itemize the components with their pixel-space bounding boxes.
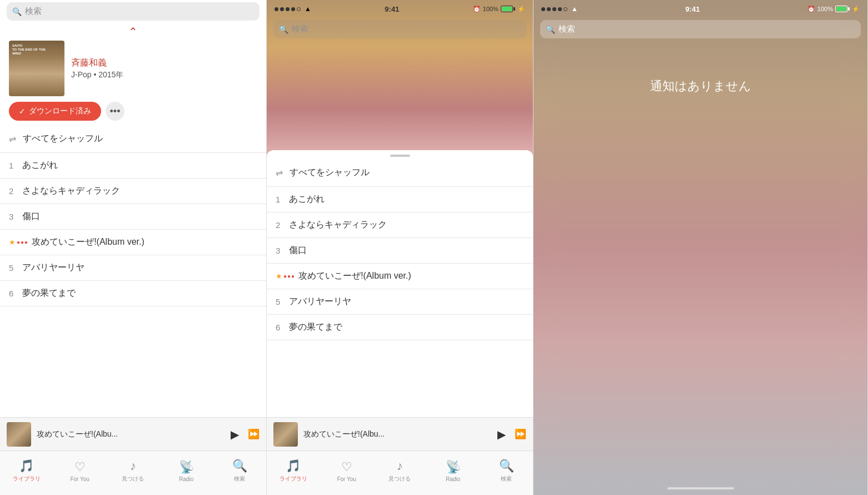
panel-3: ▲ 9:41 ⏰ 100% ⚡ 🔍 検索 通知はありません [533,0,868,495]
status-bar-inner-3: ▲ 9:41 ⏰ 100% ⚡ [533,0,867,18]
download-button[interactable]: ✓ ダウンロード済み [9,102,101,121]
status-bar-3: ▲ 9:41 ⏰ 100% ⚡ 🔍 検索 [533,0,867,43]
search-placeholder-3: 検索 [558,24,575,34]
download-label: ダウンロード済み [29,106,91,116]
song-title: 攻めていこーぜ!(Album ver.) [298,270,411,282]
song-title: 傷口 [289,245,307,256]
signal-dots-3: ▲ [541,5,578,13]
album-header: ⌃ SAITOTO THE END OF THEWIND 斉藤和義 J-Pop … [0,25,266,125]
album-info: 斉藤和義 J-Pop • 2015年 [71,57,123,80]
song-list-1: ⇌ すべてをシャッフル 1 あこがれ 2 さよならキャディラック 3 傷口 ★ … [0,125,266,417]
tab-library-2[interactable]: 🎵 ライブラリ [277,459,310,483]
panel-1: 🔍 検索 ⌃ SAITOTO THE END OF THEWIND 斉藤和義 J… [0,0,267,495]
search-bar-1[interactable]: 🔍 検索 [7,2,260,21]
status-time-3: 9:41 [685,5,700,13]
search-icon-2: 🔍 [279,25,288,34]
wifi-icon-3: ▲ [571,5,578,13]
shuffle-icon-2: ⇌ [276,167,283,178]
tab-search-2[interactable]: 🔍 検索 [490,459,523,483]
alarm-icon-3: ⏰ [807,6,815,13]
song-num: 1 [9,161,22,170]
search-tab-icon-2: 🔍 [499,459,514,473]
search-bar-3[interactable]: 🔍 検索 [540,20,861,38]
tab-bar-1: 🎵 ライブラリ ♡ For You ♪ 見つける 📡 Radio 🔍 検索 [0,451,266,495]
tab-label-discover-2: 見つける [388,475,411,483]
song-item-2-4[interactable]: ★ ●●● 攻めていこーぜ!(Album ver.) [267,264,533,289]
song-item-1-4[interactable]: ★ ●●● 攻めていこーぜ!(Album ver.) [0,230,266,255]
ff-button-1[interactable]: ⏩ [248,428,260,440]
tab-library-1[interactable]: 🎵 ライブラリ [10,459,43,483]
mini-album-art-2 [273,422,298,447]
ff-button-2[interactable]: ⏩ [515,428,526,440]
song-num: 5 [9,263,22,273]
song-title: さよならキャディラック [289,219,387,231]
library-icon-1: 🎵 [19,459,34,473]
tab-foryou-1[interactable]: ♡ For You [63,460,97,482]
song-item-2-3[interactable]: 3 傷口 [267,238,533,264]
music-icon-2: ♪ [397,459,403,473]
mini-player-1[interactable]: 攻めていこーぜ!(Albu... ▶ ⏩ [0,417,266,451]
shuffle-row-1[interactable]: ⇌ すべてをシャッフル [0,125,266,153]
tab-foryou-2[interactable]: ♡ For You [330,460,363,482]
dots-icon: ●●● [17,239,28,245]
dot5 [297,7,301,11]
song-item-2-2[interactable]: 2 さよならキャディラック [267,212,533,238]
dot3-3 [552,7,556,11]
song-title: あこがれ [289,194,325,205]
status-bar-inner-2: ▲ 9:41 ⏰ 100% ⚡ [267,0,533,18]
song-title: 攻めていこーぜ!(Album ver.) [32,236,144,248]
play-button-1[interactable]: ▶ [231,428,239,441]
song-num: 2 [276,220,289,230]
blur-overlay [533,0,867,495]
song-item-1-2[interactable]: 2 さよならキャディラック [0,179,266,204]
dot2-3 [547,7,551,11]
tab-label-radio-1: Radio [179,476,193,482]
library-icon-2: 🎵 [286,459,301,473]
album-art[interactable]: SAITOTO THE END OF THEWIND [9,41,64,96]
signal-dots-2: ▲ [275,5,311,13]
tab-label-search-2: 検索 [501,475,512,483]
song-item-1-5[interactable]: 5 アバリヤーリヤ [0,255,266,281]
song-item-1-1[interactable]: 1 あこがれ [0,153,266,179]
song-item-2-5[interactable]: 5 アバリヤーリヤ [267,289,533,315]
tab-radio-1[interactable]: 📡 Radio [169,460,203,482]
more-button[interactable]: ••• [106,102,124,121]
tab-search-1[interactable]: 🔍 検索 [223,459,256,483]
panel3-slider[interactable] [667,487,734,489]
tab-label-search-1: 検索 [234,475,245,483]
song-title: あこがれ [22,160,58,171]
song-num: 6 [276,323,289,332]
song-item-2-6[interactable]: 6 夢の果てまで [267,315,533,340]
search-icon-3: 🔍 [546,25,555,34]
shuffle-row-2[interactable]: ⇌ すべてをシャッフル [267,159,533,187]
tab-radio-2[interactable]: 📡 Radio [436,460,470,482]
star-icon-2: ★ [276,272,282,280]
song-title: 夢の果てまで [289,321,342,333]
search-bar-2[interactable]: 🔍 検索 [273,20,526,38]
tab-label-library-2: ライブラリ [280,475,307,483]
battery-icon-3 [835,6,850,12]
song-item-2-1[interactable]: 1 あこがれ [267,187,533,212]
song-item-1-3[interactable]: 3 傷口 [0,204,266,230]
song-item-1-6[interactable]: 6 夢の果てまで [0,281,266,306]
search-placeholder-2: 検索 [292,24,308,34]
dots-icon-2: ●●● [283,273,295,279]
search-icon-1: 🔍 [12,7,22,16]
album-meta: J-Pop • 2015年 [71,70,123,80]
album-artist: 斉藤和義 [71,57,123,69]
tab-discover-2[interactable]: ♪ 見つける [383,459,416,483]
music-icon-1: ♪ [130,459,136,473]
status-right-2: ⏰ 100% ⚡ [473,6,525,13]
tab-bar-2: 🎵 ライブラリ ♡ For You ♪ 見つける 📡 Radio 🔍 検索 [267,451,533,495]
play-button-2[interactable]: ▶ [497,428,506,441]
dot4-3 [558,7,562,11]
mini-player-2[interactable]: 攻めていこーぜ!(Albu... ▶ ⏩ [267,417,533,451]
tab-discover-1[interactable]: ♪ 見つける [116,459,149,483]
song-title: 夢の果てまで [22,288,76,299]
dot1-3 [541,7,545,11]
dot4 [291,7,295,11]
chevron-down-icon[interactable]: ⌃ [128,25,138,38]
search-placeholder-1: 検索 [25,6,42,17]
sheet-handle[interactable] [390,155,410,157]
song-list-2: ⇌ すべてをシャッフル 1 あこがれ 2 さよならキャディラック 3 傷口 ★ … [267,159,533,417]
